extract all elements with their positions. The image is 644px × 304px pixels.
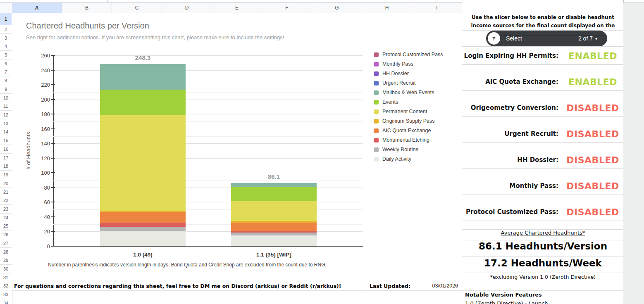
outside-sheet-area	[623, 3, 644, 304]
setting-label-urgent-recruit[interactable]: Urgent Recruit:	[462, 125, 561, 142]
setting-label-hh-dossier[interactable]: HH Dossier:	[462, 151, 561, 169]
x-axis-label: 1.1 (35) [WIP]	[224, 252, 324, 258]
row-header-22[interactable]: 22	[0, 196, 12, 205]
average-headhunts-title[interactable]: Average Chartered Headhunts*	[462, 230, 624, 236]
row-header-5[interactable]: 5	[0, 51, 12, 59]
column-header-g[interactable]: G	[312, 3, 362, 13]
row-header-30[interactable]: 30	[0, 265, 12, 273]
row-header-15[interactable]: 15	[0, 136, 12, 145]
filter-icon	[488, 32, 500, 45]
cell-divider	[562, 142, 562, 151]
spacer-row	[462, 195, 624, 203]
setting-label-monthly-pass[interactable]: Monthly Pass:	[462, 177, 561, 195]
row-header-9[interactable]: 9	[0, 85, 12, 94]
row-header-17[interactable]: 17	[0, 154, 12, 162]
row-header-27[interactable]: 27	[0, 239, 12, 248]
column-header-b[interactable]: B	[62, 3, 112, 13]
setting-row-monthly-pass: Monthly Pass:DISABLED	[462, 177, 624, 195]
setting-status-origeometry-conversion[interactable]: DISABLED	[562, 99, 624, 116]
contact-message[interactable]: For questions and corrections regarding …	[14, 282, 341, 290]
y-tick-mark	[51, 114, 55, 114]
y-tick-mark	[51, 55, 55, 56]
spacer-row	[462, 64, 624, 73]
row-header-20[interactable]: 20	[0, 179, 12, 188]
setting-label-protocol-customized-pass[interactable]: Protocol Customized Pass:	[462, 203, 561, 221]
legend-label-permanent-content: Permanent Content	[382, 109, 427, 114]
row-header-8[interactable]: 8	[0, 76, 12, 85]
setting-status-protocol-customized-pass[interactable]: DISABLED	[562, 203, 624, 221]
setting-row-protocol-customized-pass: Protocol Customized Pass:DISABLED	[462, 203, 624, 221]
column-header-c[interactable]: C	[112, 3, 162, 13]
column-header-a[interactable]: A	[12, 3, 62, 13]
gridline	[53, 63, 363, 63]
setting-status-aic-quota-exchange[interactable]: ENABLED	[562, 73, 624, 90]
row-header-34[interactable]: 34	[0, 299, 12, 304]
row-header-18[interactable]: 18	[0, 162, 12, 171]
x-axis-label: 1.0 (49)	[93, 252, 193, 258]
settings-panel: Use the slicer below to enable or disabl…	[462, 0, 624, 304]
panel-gridline	[462, 282, 624, 282]
row-header-4[interactable]: 4	[0, 42, 12, 51]
column-header-e[interactable]: E	[212, 3, 262, 13]
row-header-32[interactable]: 32	[0, 282, 12, 291]
average-per-version[interactable]: 86.1 Headhunts/Version	[462, 241, 624, 252]
setting-label-aic-quota-exchange[interactable]: AIC Quota Exchange:	[462, 73, 561, 90]
y-tick-mark	[51, 231, 55, 232]
notable-version-features-header[interactable]: Notable Version Features	[462, 290, 623, 299]
row-header-7[interactable]: 7	[0, 68, 12, 77]
row-header-26[interactable]: 26	[0, 230, 12, 239]
row-header-24[interactable]: 24	[0, 214, 12, 222]
row-header-29[interactable]: 29	[0, 256, 12, 265]
row-header-1[interactable]: 1	[0, 13, 12, 25]
column-header-h[interactable]: H	[362, 3, 412, 13]
bar-segment-mailbox-web-events	[231, 183, 317, 187]
average-per-week[interactable]: 17.2 Headhunts/Week	[462, 258, 624, 268]
y-tick-mark	[51, 128, 55, 129]
row-header-6[interactable]: 6	[0, 59, 12, 68]
slicer-control[interactable]: Select 2 of 7 ▾	[486, 31, 607, 46]
legend-swatch-urgent-recruit	[374, 81, 379, 86]
row-header-10[interactable]: 10	[0, 94, 12, 102]
setting-status-login-expiring-hh-permits[interactable]: ENABLED	[562, 47, 624, 64]
legend-label-events: Events	[382, 99, 398, 105]
cell-divider	[562, 90, 562, 99]
embedded-chart[interactable]: Chartered Headhunts per Version See righ…	[12, 13, 462, 282]
setting-label-origeometry-conversion[interactable]: Origeometry Conversion:	[462, 99, 561, 116]
slicer-count: 2 of 7	[578, 35, 593, 42]
row-header-14[interactable]: 14	[0, 128, 12, 137]
setting-status-hh-dossier[interactable]: DISABLED	[562, 151, 624, 169]
row-header-16[interactable]: 16	[0, 145, 12, 154]
row-header-33[interactable]: 33	[0, 290, 12, 299]
row-header-21[interactable]: 21	[0, 188, 12, 197]
row-header-11[interactable]: 11	[0, 102, 12, 111]
row-header-19[interactable]: 19	[0, 171, 12, 179]
cell-divider	[562, 116, 562, 125]
row-header-31[interactable]: 31	[0, 273, 12, 282]
row-header-12[interactable]: 12	[0, 111, 12, 119]
row-header-28[interactable]: 28	[0, 248, 12, 256]
setting-status-monthly-pass[interactable]: DISABLED	[562, 177, 624, 195]
row-header-2[interactable]: 2	[0, 25, 12, 34]
notable-version-item[interactable]: 1.0 (Zeroth Directive) - Launch	[465, 300, 548, 304]
setting-label-login-expiring-hh-permits[interactable]: Login Expiring HH Permits:	[462, 47, 561, 64]
column-header-d[interactable]: D	[162, 3, 212, 13]
y-tick-mark	[51, 143, 55, 144]
bar-segment-events	[231, 187, 317, 201]
y-tick-mark	[51, 172, 55, 173]
setting-row-origeometry-conversion: Origeometry Conversion:DISABLED	[462, 99, 624, 117]
last-updated-date[interactable]: 03/01/2026	[412, 282, 458, 290]
last-updated-label[interactable]: Last Updated:	[312, 282, 410, 290]
row-header-23[interactable]: 23	[0, 205, 12, 214]
row-header-25[interactable]: 25	[0, 222, 12, 231]
y-tick-mark	[51, 246, 55, 247]
row-header-13[interactable]: 13	[0, 119, 12, 128]
select-all-corner[interactable]	[0, 3, 12, 13]
legend-label-protocol-customized-pass: Protocol Customized Pass	[382, 52, 443, 57]
bar-segment-permanent-content	[100, 115, 186, 211]
column-header-i[interactable]: I	[412, 3, 462, 13]
y-tick-label: 220	[34, 82, 50, 88]
column-header-f[interactable]: F	[262, 3, 312, 13]
row-header-3[interactable]: 3	[0, 34, 12, 43]
legend-swatch-mailbox-web-events	[374, 90, 379, 95]
setting-status-urgent-recruit[interactable]: DISABLED	[562, 125, 624, 142]
